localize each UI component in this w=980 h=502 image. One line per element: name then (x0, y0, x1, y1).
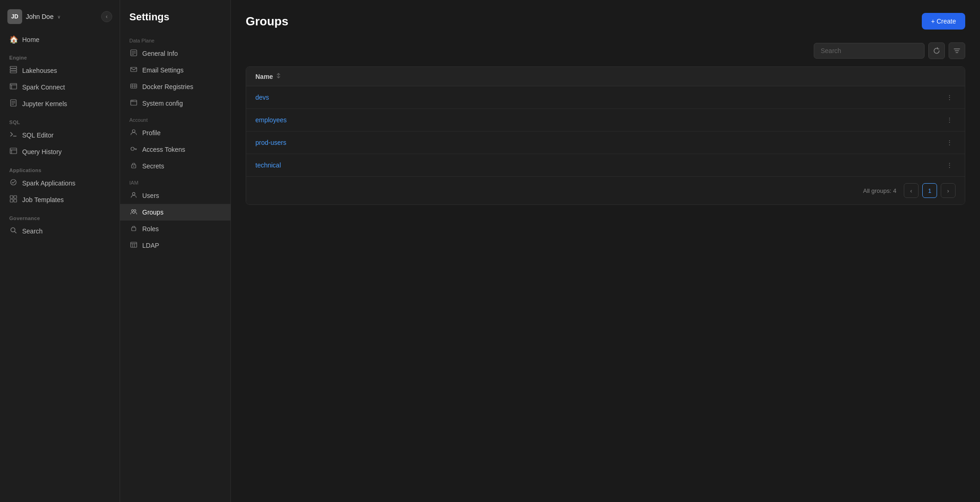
section-label-applications: Applications (4, 160, 116, 175)
sidebar-item-lakehouses[interactable]: Lakehouses (4, 62, 116, 79)
current-page-button[interactable]: 1 (922, 183, 937, 198)
svg-rect-16 (14, 196, 17, 198)
row-actions-employees[interactable]: ⋮ (944, 115, 956, 125)
sidebar-item-spark-connect[interactable]: Spark Connect (4, 79, 116, 96)
svg-rect-2 (10, 71, 17, 73)
settings-item-groups[interactable]: Groups (120, 204, 230, 221)
row-actions-prod-users[interactable]: ⋮ (944, 138, 956, 147)
settings-item-docker-registries-label: Docker Registries (142, 83, 193, 90)
section-label-sql: SQL (4, 112, 116, 127)
settings-item-system-config[interactable]: System config (120, 95, 230, 112)
pagination-row: All groups: 4 ‹ 1 › (246, 177, 965, 204)
users-icon (129, 191, 138, 200)
group-name-employees[interactable]: employees (255, 116, 944, 124)
sidebar-item-query-history-label: Query History (22, 148, 62, 155)
svg-point-14 (11, 179, 16, 185)
settings-item-email-settings[interactable]: Email Settings (120, 62, 230, 78)
sidebar-item-home[interactable]: 🏠 Home (4, 31, 116, 48)
filter-button[interactable] (949, 42, 965, 59)
create-button[interactable]: + Create (922, 13, 965, 30)
group-name-prod-users[interactable]: prod-users (255, 139, 944, 146)
sort-icon (276, 72, 281, 80)
settings-item-profile[interactable]: Profile (120, 125, 230, 141)
sidebar-item-job-templates[interactable]: Job Templates (4, 191, 116, 208)
group-name-technical[interactable]: technical (255, 161, 944, 169)
docker-registries-icon (129, 83, 138, 91)
refresh-button[interactable] (928, 42, 945, 59)
settings-item-users[interactable]: Users (120, 187, 230, 204)
settings-section-data-plane: Data Plane (120, 32, 230, 45)
ldap-icon (129, 241, 138, 250)
svg-point-41 (132, 192, 135, 195)
toolbar (246, 42, 965, 59)
settings-item-secrets[interactable]: Secrets (120, 158, 230, 174)
next-page-button[interactable]: › (941, 183, 956, 198)
svg-rect-11 (10, 148, 17, 154)
settings-item-roles[interactable]: Roles (120, 221, 230, 237)
groups-icon (129, 208, 138, 216)
table-row: technical ⋮ (246, 154, 965, 177)
sidebar-item-lakehouses-label: Lakehouses (22, 67, 57, 74)
settings-item-access-tokens-label: Access Tokens (142, 146, 185, 153)
sidebar-item-search[interactable]: Search (4, 223, 116, 239)
svg-point-40 (133, 166, 134, 167)
search-input-wrap (814, 43, 925, 59)
svg-rect-15 (10, 196, 13, 198)
settings-title: Settings (120, 11, 230, 32)
section-label-governance: Governance (4, 208, 116, 223)
groups-table: Name devs ⋮ employees ⋮ prod-users (246, 66, 965, 205)
svg-line-20 (15, 232, 17, 233)
search-icon (9, 227, 18, 236)
roles-icon (129, 225, 138, 233)
sql-editor-icon (9, 131, 18, 140)
settings-item-ldap-label: LDAP (142, 242, 159, 249)
sidebar-item-jupyter-kernels[interactable]: Jupyter Kernels (4, 96, 116, 112)
pagination-info: All groups: 4 (863, 187, 896, 194)
settings-panel: Settings Data Plane General Info Email S… (120, 0, 231, 502)
settings-section-account: Account (120, 112, 230, 125)
settings-item-ldap[interactable]: LDAP (120, 237, 230, 254)
collapse-sidebar-button[interactable]: ‹ (101, 11, 112, 22)
sidebar-item-home-label: Home (22, 36, 39, 43)
row-actions-devs[interactable]: ⋮ (944, 93, 956, 102)
svg-point-33 (133, 101, 133, 102)
svg-rect-18 (14, 199, 17, 202)
spark-connect-icon (9, 83, 18, 92)
sidebar-item-sql-editor-label: SQL Editor (22, 131, 54, 139)
sidebar: JD John Doe ∨ ‹ 🏠 Home Engine Lakehouses (0, 0, 120, 502)
main-header: Groups + Create (246, 13, 965, 30)
table-header: Name (246, 67, 965, 86)
svg-rect-45 (131, 242, 137, 247)
sidebar-navigation: 🏠 Home Engine Lakehouses (0, 31, 120, 496)
svg-rect-3 (10, 84, 17, 89)
table-row: employees ⋮ (246, 109, 965, 131)
settings-item-roles-label: Roles (142, 225, 159, 233)
home-icon: 🏠 (9, 35, 18, 44)
page-title: Groups (246, 14, 288, 29)
settings-item-groups-label: Groups (142, 209, 163, 216)
group-name-devs[interactable]: devs (255, 94, 944, 101)
user-menu[interactable]: JD John Doe ∨ (7, 9, 60, 24)
sidebar-item-spark-applications[interactable]: Spark Applications (4, 175, 116, 191)
sidebar-item-sql-editor[interactable]: SQL Editor (4, 127, 116, 143)
prev-page-button[interactable]: ‹ (904, 183, 919, 198)
settings-item-general-info[interactable]: General Info (120, 45, 230, 62)
settings-item-docker-registries[interactable]: Docker Registries (120, 78, 230, 95)
svg-rect-25 (131, 67, 137, 72)
general-info-icon (129, 49, 138, 58)
settings-item-email-settings-label: Email Settings (142, 66, 183, 74)
settings-item-access-tokens[interactable]: Access Tokens (120, 141, 230, 158)
column-name-header[interactable]: Name (255, 72, 956, 80)
svg-point-42 (131, 209, 133, 211)
row-actions-technical[interactable]: ⋮ (944, 161, 956, 170)
query-history-icon (9, 147, 18, 156)
sidebar-item-query-history[interactable]: Query History (4, 143, 116, 160)
jupyter-kernels-icon (9, 99, 18, 108)
spark-applications-icon (9, 179, 18, 188)
search-input[interactable] (814, 43, 925, 59)
settings-item-system-config-label: System config (142, 100, 183, 107)
job-templates-icon (9, 195, 18, 204)
sidebar-item-jupyter-kernels-label: Jupyter Kernels (22, 100, 67, 108)
settings-section-iam: IAM (120, 174, 230, 187)
secrets-icon (129, 162, 138, 170)
